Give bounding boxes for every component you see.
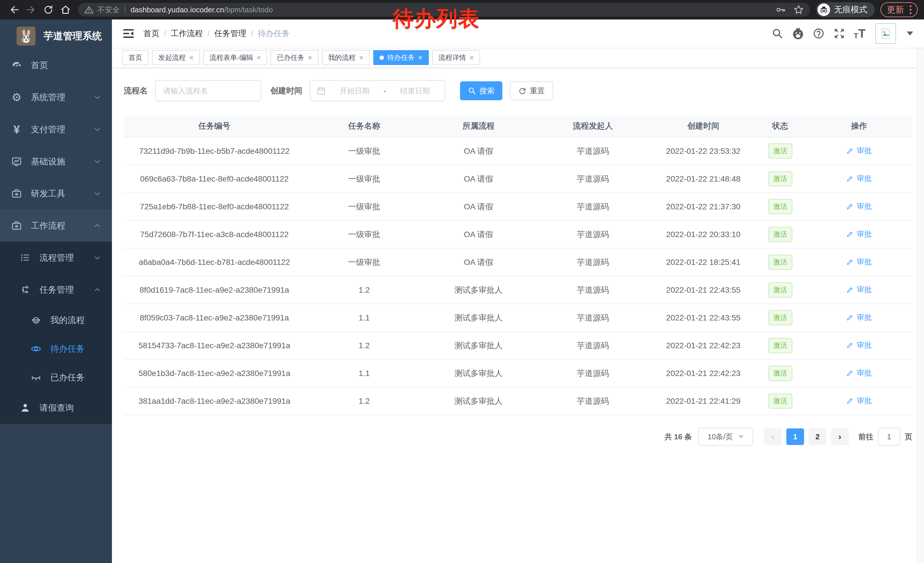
dropdown-caret[interactable] — [907, 32, 913, 36]
incognito-badge[interactable]: 无痕模式 — [816, 2, 875, 17]
security-label: 不安全 — [98, 5, 120, 15]
breadcrumb-home[interactable]: 首页 — [143, 28, 159, 39]
breadcrumb-task-mgmt[interactable]: 任务管理 — [214, 28, 246, 39]
sidebar-item-payment[interactable]: ¥ 支付管理 — [0, 113, 112, 146]
chevron-up-icon — [94, 286, 101, 294]
approve-link[interactable]: 审批 — [846, 229, 872, 239]
approve-link[interactable]: 审批 — [846, 257, 872, 267]
page-button-1[interactable]: 1 — [786, 428, 804, 445]
status-badge: 激活 — [768, 144, 792, 159]
tab-start-process[interactable]: 发起流程 × — [152, 50, 200, 65]
approve-link[interactable]: 审批 — [846, 201, 872, 211]
sidebar-item-todo-tasks[interactable]: 待办任务 — [0, 335, 112, 363]
filter-bar: 流程名 创建时间 开始日期 - 结束日期 搜索 重置 — [124, 80, 912, 101]
process-name-input[interactable] — [155, 80, 261, 101]
total-count: 共 16 条 — [664, 432, 692, 442]
tab-process-form-edit[interactable]: 流程表单-编辑 × — [203, 50, 267, 65]
col-task-name: 任务名称 — [305, 115, 423, 137]
calendar-icon — [316, 86, 326, 95]
approve-link[interactable]: 审批 — [846, 285, 872, 295]
sidebar-collapse-icon[interactable] — [122, 27, 135, 40]
pagination: 共 16 条 10条/页 ‹ 1 2 › 前往 页 — [124, 428, 912, 446]
chevron-down-icon — [94, 254, 101, 261]
table-row: 580e1b3d-7ac8-11ec-a9e2-a2380e71991a 1.1… — [124, 359, 912, 387]
sidebar-item-system[interactable]: ⚙ 系统管理 — [0, 81, 112, 113]
fullscreen-icon[interactable] — [833, 27, 846, 40]
page-button-2[interactable]: 2 — [808, 428, 826, 445]
sidebar-item-label: 任务管理 — [39, 284, 74, 296]
next-page-button[interactable]: › — [831, 428, 849, 445]
table-row: 58154733-7ac8-11ec-a9e2-a2380e71991a 1.2… — [124, 332, 912, 359]
col-created: 创建时间 — [652, 115, 754, 137]
sidebar-item-devtools[interactable]: 研发工具 — [0, 177, 112, 210]
sidebar-item-process-mgmt[interactable]: 流程管理 — [0, 242, 112, 274]
robot-icon — [30, 315, 42, 325]
goto-page-input[interactable] — [878, 428, 900, 446]
back-icon[interactable] — [6, 2, 22, 18]
sidebar-item-workflow[interactable]: 工作流程 — [0, 210, 112, 242]
workflow-submenu: 流程管理 任务管理 我的流程 — [0, 242, 112, 424]
tab-home[interactable]: 首页 — [122, 50, 148, 65]
tab-my-process[interactable]: 我的流程 × — [322, 50, 370, 65]
github-icon[interactable] — [792, 27, 804, 40]
search-icon[interactable] — [771, 27, 784, 40]
close-icon[interactable]: × — [359, 54, 363, 61]
scrollbar[interactable] — [916, 20, 924, 563]
person-icon — [19, 402, 32, 413]
sidebar-item-my-process[interactable]: 我的流程 — [0, 306, 112, 335]
breadcrumb: 首页 / 工作流程 / 任务管理 / 待办任务 — [143, 28, 290, 39]
approve-link[interactable]: 审批 — [846, 146, 872, 156]
reset-button[interactable]: 重置 — [510, 81, 553, 100]
sidebar-item-home[interactable]: 首页 — [0, 49, 112, 81]
end-date-placeholder: 结束日期 — [392, 86, 438, 96]
page-size-select[interactable]: 10条/页 — [698, 428, 753, 446]
chevron-down-icon — [94, 126, 101, 133]
approve-link[interactable]: 审批 — [846, 312, 872, 323]
forward-icon[interactable] — [24, 2, 39, 18]
sidebar-item-task-mgmt[interactable]: 任务管理 — [0, 274, 112, 306]
chevron-down-icon — [738, 435, 744, 438]
tab-done-tasks[interactable]: 已办任务 × — [270, 50, 318, 65]
app-title: 芋道管理系统 — [44, 30, 102, 43]
font-size-icon[interactable]: TT — [854, 27, 866, 39]
breadcrumb-current: 待办任务 — [258, 28, 290, 39]
tab-todo-tasks[interactable]: 待办任务 × — [373, 50, 429, 65]
approve-link[interactable]: 审批 — [846, 340, 872, 350]
search-button[interactable]: 搜索 — [460, 81, 502, 100]
tab-process-detail[interactable]: 流程详情 × — [432, 50, 480, 65]
date-range-picker[interactable]: 开始日期 - 结束日期 — [310, 80, 445, 101]
sidebar-item-done-tasks[interactable]: 已办任务 — [0, 363, 112, 392]
table-row: 069c6a63-7b8a-11ec-8ef0-acde48001122 一级审… — [124, 165, 912, 193]
key-icon[interactable] — [776, 5, 786, 15]
prev-page-button[interactable]: ‹ — [764, 428, 782, 445]
sidebar-menu: 首页 ⚙ 系统管理 ¥ 支付管理 基础设施 研发工具 — [0, 49, 112, 424]
home-icon[interactable] — [58, 2, 73, 18]
close-icon[interactable]: × — [256, 54, 261, 61]
approve-link[interactable]: 审批 — [846, 396, 872, 406]
sidebar-item-label: 流程管理 — [39, 252, 74, 264]
close-icon[interactable]: × — [308, 54, 312, 61]
sidebar-item-leave-query[interactable]: 请假查询 — [0, 392, 112, 424]
avatar[interactable] — [875, 23, 896, 44]
monitor-icon — [10, 156, 23, 167]
list-icon — [19, 252, 32, 263]
refresh-icon[interactable] — [40, 2, 56, 18]
goto-label: 前往 — [858, 432, 873, 442]
process-name-label: 流程名 — [124, 86, 148, 96]
approve-link[interactable]: 审批 — [846, 368, 872, 378]
more-vertical-icon[interactable] — [910, 6, 911, 14]
chevron-down-icon — [94, 190, 101, 197]
app-logo[interactable]: 🐰 芋道管理系统 — [0, 20, 112, 49]
approve-link[interactable]: 审批 — [846, 174, 872, 183]
close-icon[interactable]: × — [418, 54, 423, 61]
table-row: 381aa1dd-7ac8-11ec-a9e2-a2380e71991a 1.2… — [124, 387, 912, 415]
sidebar-item-infra[interactable]: 基础设施 — [0, 146, 112, 177]
close-icon[interactable]: × — [470, 54, 474, 61]
update-button[interactable]: 更新 — [880, 2, 918, 17]
toolbox-icon — [10, 188, 23, 199]
close-icon[interactable]: × — [189, 54, 194, 61]
sidebar-item-label: 支付管理 — [31, 124, 65, 135]
breadcrumb-workflow[interactable]: 工作流程 — [171, 28, 203, 39]
help-icon[interactable] — [812, 27, 825, 40]
star-icon[interactable] — [794, 5, 804, 15]
